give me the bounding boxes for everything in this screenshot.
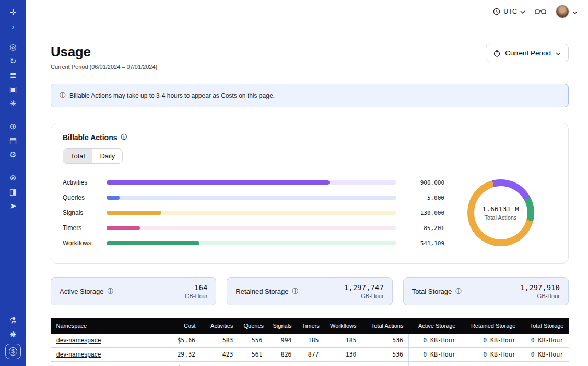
- storage-number: 164: [185, 283, 207, 292]
- cell-queries: 561: [239, 348, 268, 362]
- column-header-queries[interactable]: Queries: [239, 318, 268, 334]
- table-body: dev-namespace$5.665835569941851855360 KB…: [51, 334, 569, 366]
- namespaces-icon[interactable]: ◎: [5, 40, 21, 53]
- schedules-icon[interactable]: ✳: [5, 97, 21, 110]
- page-subtitle: Current Period (06/01/2024 – 07/01/2024): [51, 64, 157, 70]
- cell-namespace: dev-namespace: [51, 348, 162, 362]
- info-icon[interactable]: ⓘ: [292, 287, 299, 296]
- usage-dollar-icon[interactable]: $: [5, 344, 21, 359]
- world-icon[interactable]: ⊕: [5, 120, 21, 133]
- namespace-link[interactable]: dev-namespace: [56, 337, 101, 344]
- storage-unit: GB-Hour: [185, 293, 207, 299]
- billable-actions-title: Billable Actions: [63, 133, 117, 142]
- timezone-dropdown[interactable]: UTC: [493, 8, 525, 15]
- bar-label: Timers: [63, 224, 100, 232]
- sidebar-divider: [7, 166, 19, 166]
- bar-value: 5,000: [403, 195, 444, 201]
- info-icon[interactable]: ⓘ: [121, 133, 127, 142]
- cell-total-storage: 0 KB-Hour: [521, 348, 569, 362]
- sidebar-divider: [7, 115, 19, 115]
- cell-activities: 492: [201, 362, 239, 366]
- bar-fill: [107, 226, 140, 230]
- cell-cost: 29.32: [162, 348, 201, 362]
- bar-fill: [107, 211, 161, 215]
- tab-daily[interactable]: Daily: [92, 149, 122, 163]
- cell-retained-storage: 0 KB-Hour: [461, 362, 521, 366]
- cell-activities: 423: [201, 348, 239, 362]
- dollar-circle-glyph: $: [9, 347, 17, 356]
- page-title: Usage: [51, 44, 157, 60]
- info-icon[interactable]: ⓘ: [455, 287, 462, 296]
- table-row: dev-namespace$5.665835569941851855360 KB…: [51, 334, 569, 348]
- cell-retained-storage: 0 KB-Hour: [461, 334, 521, 348]
- tab-total[interactable]: Total: [63, 149, 92, 163]
- column-header-activities[interactable]: Activities: [201, 318, 239, 334]
- storage-label: Total Storageⓘ: [412, 287, 462, 296]
- column-header-signals[interactable]: Signals: [268, 318, 297, 334]
- storage-number: 1,297,910: [520, 283, 560, 292]
- bar-fill: [107, 180, 330, 185]
- bar-track: [107, 211, 396, 215]
- rocket-icon[interactable]: ➤: [5, 199, 21, 212]
- cell-queries: 556: [239, 334, 268, 348]
- period-selector-button[interactable]: Current Period: [486, 44, 569, 62]
- circle-x-icon[interactable]: ⊗: [5, 171, 21, 184]
- column-header-total-storage[interactable]: Total Storage: [521, 318, 569, 334]
- cell-total-actions: 536: [362, 334, 409, 348]
- column-header-retained-storage[interactable]: Retained Storage: [461, 318, 521, 334]
- column-header-namespace[interactable]: Namespace: [51, 318, 162, 334]
- storage-card: Retained Storageⓘ1,297,747GB-Hour: [227, 277, 392, 305]
- cell-active-storage: 0 KB-Hour: [409, 362, 461, 366]
- storage-cards: Active Storageⓘ164GB-HourRetained Storag…: [51, 277, 569, 305]
- sidebar-bottom: ⚗❋$: [5, 313, 21, 360]
- storage-value: 1,297,910GB-Hour: [520, 283, 560, 299]
- namespace-link[interactable]: dev-namespace: [56, 351, 101, 358]
- bar-track: [107, 241, 396, 245]
- column-header-total-actions[interactable]: Total Actions: [362, 318, 409, 334]
- bar-value: 130,000: [403, 210, 444, 216]
- storage-label: Retained Storageⓘ: [236, 287, 298, 296]
- column-header-workflows[interactable]: Workflows: [324, 318, 362, 334]
- timezone-label: UTC: [503, 8, 517, 15]
- package-icon[interactable]: ▣: [5, 83, 21, 96]
- lab-flask-icon[interactable]: ⚗: [5, 314, 21, 327]
- table-row: dev-namespace$3.354925368838166001300 KB…: [51, 362, 569, 366]
- sidebar: ✛›◎↻≣▣✳⊕▤⚙⊗◨➤ ⚗❋$: [0, 0, 26, 366]
- bar-label: Signals: [63, 209, 100, 216]
- settings-gear-icon[interactable]: ⚙: [5, 148, 21, 161]
- sidebar-top: ✛›◎↻≣▣✳⊕▤⚙⊗◨➤: [5, 5, 21, 213]
- cell-signals: 826: [268, 348, 297, 362]
- temporal-logo-icon[interactable]: ✛: [5, 6, 21, 19]
- info-icon[interactable]: ⓘ: [108, 287, 114, 296]
- layers-icon[interactable]: ≣: [5, 68, 21, 82]
- billable-actions-card: Billable Actions ⓘ Total Daily Activitie…: [51, 123, 569, 264]
- bar-fill: [107, 241, 199, 245]
- bar-row: Queries5,000: [63, 194, 444, 201]
- expand-chevron-icon[interactable]: ›: [5, 20, 21, 33]
- column-header-timers[interactable]: Timers: [297, 318, 324, 334]
- storage-label-text: Retained Storage: [236, 288, 288, 295]
- column-header-active-storage[interactable]: Active Storage: [409, 318, 461, 334]
- bar-row: Workflows541,109: [63, 239, 444, 247]
- usage-table-wrap: NamespaceCostActivitiesQueriesSignalsTim…: [51, 318, 569, 366]
- sparkle-icon[interactable]: ❋: [5, 328, 21, 341]
- stopwatch-icon: [493, 50, 500, 57]
- history-icon[interactable]: ↻: [5, 54, 21, 67]
- usage-table: NamespaceCostActivitiesQueriesSignalsTim…: [51, 318, 569, 366]
- cell-signals: 994: [268, 334, 297, 348]
- cell-namespace: dev-namespace: [51, 362, 162, 366]
- sidebar-section: ◎↻≣▣✳: [5, 40, 21, 110]
- glasses-icon[interactable]: [535, 8, 546, 15]
- billing-card-icon[interactable]: ▤: [5, 134, 21, 147]
- cell-retained-storage: 0 KB-Hour: [461, 348, 521, 362]
- cell-cost: $3.35: [162, 362, 201, 366]
- storage-unit: GB-Hour: [520, 293, 560, 299]
- billable-tabs: Total Daily: [63, 148, 123, 164]
- cell-activities: 583: [201, 334, 239, 348]
- user-menu[interactable]: [556, 5, 578, 18]
- docs-icon[interactable]: ◨: [5, 185, 21, 198]
- column-header-cost[interactable]: Cost: [162, 318, 201, 334]
- topbar: UTC: [26, 0, 588, 23]
- storage-card: Active Storageⓘ164GB-Hour: [51, 277, 216, 305]
- cell-total-actions: 130: [362, 362, 409, 366]
